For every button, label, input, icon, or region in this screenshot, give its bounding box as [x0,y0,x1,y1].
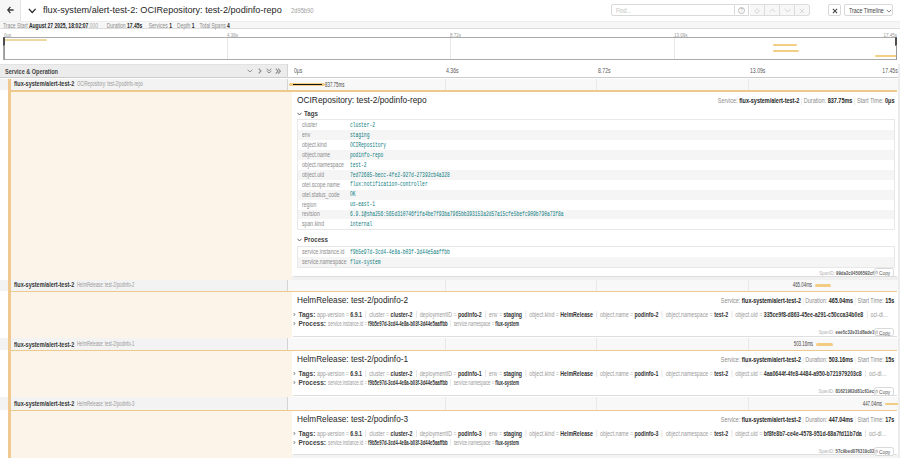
svg-text:?: ? [740,8,743,13]
